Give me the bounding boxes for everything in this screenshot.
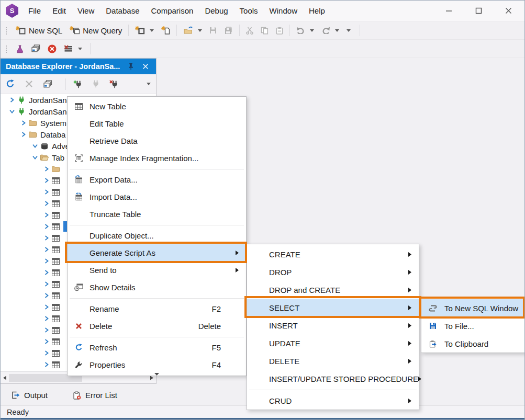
chevron-right-icon[interactable]	[42, 327, 51, 333]
open-file-button[interactable]	[180, 24, 206, 37]
refresh-icon[interactable]	[6, 80, 15, 88]
chevron-right-icon[interactable]	[8, 97, 16, 103]
maximize-icon[interactable]	[475, 7, 482, 14]
paste-button[interactable]	[272, 25, 287, 37]
skip-statements-button[interactable]	[60, 43, 86, 55]
chevron-down-icon[interactable]	[310, 29, 314, 32]
menubar-item-view[interactable]: View	[72, 6, 100, 15]
chevron-right-icon[interactable]	[42, 189, 51, 195]
chevron-right-icon[interactable]	[42, 247, 51, 252]
menu-item-rename[interactable]: RenameF2	[68, 300, 246, 317]
menu-item-insert-update-stored-procedure[interactable]: INSERT/UPDATE STORED PROCEDURE	[247, 370, 419, 388]
menu-item-create[interactable]: CREATE	[247, 245, 419, 263]
chevron-down-icon[interactable]	[147, 83, 151, 85]
tab-output[interactable]: Output	[11, 391, 48, 400]
new-document-button[interactable]	[158, 24, 174, 37]
chevron-down-icon[interactable]	[150, 29, 154, 32]
menubar-item-tools[interactable]: Tools	[234, 6, 264, 15]
menu-item-to-new-sql-window[interactable]: To New SQL Window	[421, 299, 525, 317]
chevron-right-icon[interactable]	[42, 281, 51, 287]
chevron-right-icon[interactable]	[42, 224, 51, 229]
chevron-right-icon[interactable]	[42, 270, 51, 275]
scroll-left-icon[interactable]	[3, 376, 7, 380]
menu-item-retrieve-data[interactable]: Retrieve Data	[68, 132, 246, 150]
menubar-item-window[interactable]: Window	[264, 6, 303, 15]
menu-item-drop-and-create[interactable]: DROP and CREATE	[247, 281, 419, 299]
cut-button[interactable]	[242, 25, 257, 37]
menu-item-generate-script-as[interactable]: Generate Script As	[68, 244, 246, 262]
toolbar-grip[interactable]	[5, 27, 7, 35]
menu-item-show-details[interactable]: Show Details	[68, 279, 246, 296]
minimize-icon[interactable]	[445, 7, 452, 14]
toolbar-grip[interactable]	[5, 45, 7, 53]
chevron-right-icon[interactable]	[42, 362, 51, 367]
chevron-right-icon[interactable]	[42, 339, 51, 344]
save-button[interactable]	[206, 25, 220, 36]
menu-item-new-table[interactable]: New Table	[68, 98, 246, 115]
menubar-item-file[interactable]: File	[23, 6, 47, 15]
close-icon[interactable]	[505, 7, 512, 14]
menu-item-edit-table[interactable]: Edit Table	[68, 115, 246, 132]
menu-item-update[interactable]: UPDATE	[247, 334, 419, 352]
chevron-right-icon[interactable]	[42, 212, 51, 218]
pin-icon[interactable]	[128, 63, 134, 70]
chevron-right-icon[interactable]	[42, 235, 51, 241]
menubar-item-debug[interactable]: Debug	[199, 6, 233, 15]
menu-item-properties[interactable]: PropertiesF4	[68, 356, 246, 373]
new-window-button[interactable]	[131, 24, 158, 37]
panel-title-bar[interactable]: Database Explorer - JordanSa...	[1, 59, 156, 74]
menubar-item-database[interactable]: Database	[100, 6, 145, 15]
menubar-item-comparison[interactable]: Comparison	[146, 6, 199, 15]
chevron-right-icon[interactable]	[19, 120, 28, 126]
chevron-down-icon[interactable]	[31, 144, 39, 148]
menu-item-send-to[interactable]: Send to	[68, 262, 246, 279]
chevron-right-icon[interactable]	[42, 316, 51, 321]
menu-item-drop[interactable]: DROP	[247, 263, 419, 281]
chevron-right-icon[interactable]	[42, 166, 51, 172]
chevron-right-icon[interactable]	[42, 258, 51, 264]
panel-close-icon[interactable]	[142, 63, 149, 70]
new-connection-icon[interactable]	[73, 80, 82, 88]
toolbar-overflow-button[interactable]	[343, 27, 354, 34]
menubar-item-help[interactable]: Help	[303, 6, 331, 15]
menu-scroll-down-icon[interactable]	[68, 373, 246, 376]
connect-icon[interactable]	[93, 80, 99, 88]
chevron-right-icon[interactable]	[42, 304, 51, 310]
menu-item-to-file[interactable]: To File...	[421, 317, 525, 335]
new-sql-button[interactable]: New SQL	[12, 24, 66, 37]
chevron-right-icon[interactable]	[42, 201, 51, 206]
redo-button[interactable]	[318, 25, 343, 36]
menu-item-to-clipboard[interactable]: To Clipboard	[421, 335, 525, 353]
chevron-right-icon[interactable]	[42, 178, 51, 183]
menu-item-import-data[interactable]: Import Data...	[68, 188, 246, 206]
chevron-down-icon[interactable]	[31, 155, 39, 160]
new-query-button[interactable]: New Query	[66, 24, 126, 37]
menu-item-refresh[interactable]: RefreshF5	[68, 339, 246, 356]
undo-button[interactable]	[293, 25, 318, 36]
tab-error-list[interactable]: Error List	[73, 391, 117, 400]
chevron-down-icon[interactable]	[8, 109, 16, 113]
menu-item-manage-index-fragmentation[interactable]: Manage Index Fragmentation...	[68, 150, 246, 167]
menu-item-crud[interactable]: CRUD	[247, 392, 419, 410]
delete-disabled-icon[interactable]	[25, 80, 33, 88]
menubar-item-edit[interactable]: Edit	[47, 6, 72, 15]
chevron-right-icon[interactable]	[19, 132, 28, 137]
copy-button[interactable]	[257, 25, 272, 37]
save-all-button[interactable]	[220, 24, 237, 37]
menu-item-select[interactable]: SELECT	[247, 299, 419, 316]
chevron-down-icon[interactable]	[335, 29, 339, 32]
chevron-down-icon[interactable]	[78, 48, 82, 50]
windows-cascade-button[interactable]	[28, 42, 44, 55]
menu-item-export-data[interactable]: Export Data...	[68, 171, 246, 188]
menu-item-truncate-table[interactable]: Truncate Table	[68, 206, 246, 223]
chevron-down-icon[interactable]	[198, 29, 202, 32]
chevron-right-icon[interactable]	[42, 293, 51, 298]
menu-item-duplicate-object[interactable]: Duplicate Object...	[68, 227, 246, 244]
query-profiler-button[interactable]	[12, 42, 28, 55]
menu-item-delete[interactable]: DELETE	[247, 352, 419, 370]
stop-button[interactable]	[44, 42, 60, 55]
cascade-windows-icon[interactable]	[43, 80, 52, 88]
disconnect-icon[interactable]	[109, 80, 118, 88]
chevron-right-icon[interactable]	[42, 350, 51, 356]
menu-item-delete[interactable]: DeleteDelete	[68, 317, 246, 335]
